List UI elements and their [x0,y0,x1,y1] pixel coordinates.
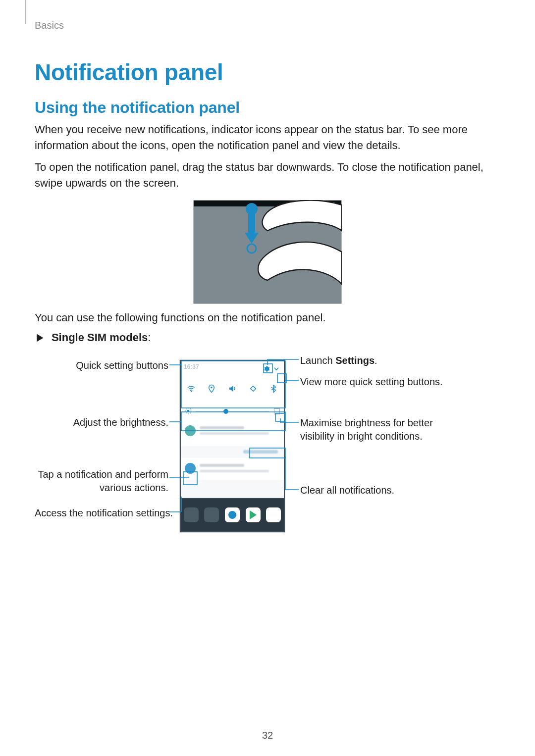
paragraph: To open the notification panel, drag the… [35,159,500,191]
svg-point-7 [191,391,192,392]
outdoor-checkbox [274,408,280,414]
notification-app-icon [185,425,196,436]
location-icon [207,384,216,394]
notification-app-icon [185,463,196,474]
dock-app-icon [204,507,219,522]
model-heading-label: Single SIM models [52,331,148,344]
page-number: 32 [0,730,535,741]
chevron-down-icon [273,365,280,372]
callout-max-brightness: Maximise brightness for better visibilit… [300,416,454,443]
model-heading: ► Single SIM models: [35,331,500,344]
breadcrumb: Basics [35,20,500,31]
panel-header-row: 16:37 [181,361,284,375]
page-title: Notification panel [35,59,500,86]
svg-line-15 [186,408,186,409]
paragraph: You can use the following functions on t… [35,310,500,326]
bluetooth-icon [268,384,278,394]
svg-point-8 [211,387,213,389]
play-store-icon [246,507,261,522]
header-rule [25,0,26,24]
brightness-row [181,403,284,421]
model-heading-colon: : [148,331,151,344]
paragraph: When you receive new notifications, indi… [35,122,500,153]
apps-grid-icon [266,507,281,522]
svg-line-16 [190,412,191,413]
camera-icon [225,507,240,522]
callout-launch-settings: Launch Settings. [300,354,377,367]
callout-tap-notification: Tap a notification and perform various a… [35,468,168,495]
clear-row [181,446,284,458]
svg-point-10 [187,410,190,412]
svg-line-17 [186,412,186,413]
sound-icon [227,384,237,394]
dock-app-icon [184,507,199,522]
quick-settings-row [181,375,284,403]
callout-adjust-brightness: Adjust the brightness. [35,416,168,429]
notification-card [181,458,284,480]
brightness-slider [196,411,269,412]
dock-bar [181,499,284,531]
svg-line-18 [190,408,191,409]
triangle-bullet-icon: ► [35,330,46,346]
callout-view-more-qs: View more quick setting buttons. [300,375,443,389]
section-title: Using the notification panel [35,99,500,117]
gear-icon [263,365,270,372]
svg-rect-5 [248,212,255,234]
callout-access-notif-settings: Access the notification settings. [35,506,168,520]
svg-rect-9 [250,386,256,392]
notification-card [181,420,284,447]
gesture-illustration: 10:00 [193,200,342,304]
annotated-diagram: Quick setting buttons Adjust the brightn… [35,350,500,538]
notification-panel-screenshot: 16:37 [179,359,285,533]
panel-gap [181,480,284,498]
wifi-icon [186,384,196,394]
rotate-icon [248,384,258,394]
callout-clear-all: Clear all notifications. [300,484,394,497]
callout-quick-setting-buttons: Quick setting buttons [35,359,168,372]
brightness-icon [185,407,192,416]
